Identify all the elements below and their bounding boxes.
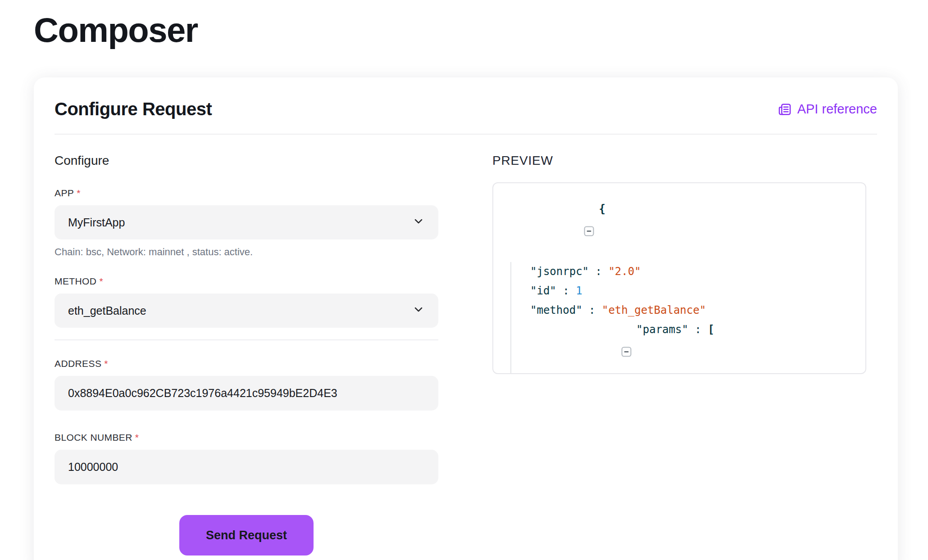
- address-input[interactable]: [68, 387, 425, 400]
- method-required-mark: *: [99, 276, 103, 286]
- json-string-value: "eth_getBalance": [602, 301, 706, 320]
- json-key: "jsonrpc": [530, 262, 589, 281]
- json-key: "method": [530, 301, 582, 320]
- address-field-wrap: [55, 376, 438, 411]
- json-root-row: {: [506, 199, 853, 262]
- block-number-field-wrap: [55, 450, 438, 484]
- block-number-input[interactable]: [68, 461, 425, 474]
- send-request-row: Send Request: [55, 515, 438, 555]
- collapse-icon[interactable]: [530, 325, 632, 374]
- json-line-method: "method" : "eth_getBalance": [530, 301, 853, 320]
- json-separator: :: [582, 301, 602, 320]
- block-number-required-mark: *: [135, 432, 139, 443]
- api-reference-icon: [778, 102, 792, 117]
- configure-section-title: Configure: [55, 154, 438, 168]
- method-select[interactable]: eth_getBalance: [55, 294, 438, 328]
- json-line-jsonrpc: "jsonrpc" : "2.0": [530, 262, 853, 281]
- app-select[interactable]: MyFirstApp: [55, 205, 438, 239]
- card-heading: Configure Request: [55, 99, 212, 119]
- address-required-mark: *: [104, 358, 108, 369]
- api-reference-label: API reference: [797, 102, 877, 117]
- app-required-mark: *: [77, 188, 81, 198]
- json-key: "params": [636, 323, 688, 336]
- configure-request-card: Configure Request API reference Configur…: [34, 77, 898, 560]
- form-divider: [55, 339, 438, 340]
- chevron-down-icon: [412, 303, 425, 318]
- json-separator: :: [688, 323, 708, 336]
- page-title: Composer: [34, 11, 928, 50]
- json-open-brace: {: [599, 199, 605, 219]
- json-separator: :: [589, 262, 608, 281]
- app-helper-text: Chain: bsc, Network: mainnet , status: a…: [55, 246, 438, 258]
- card-content: Configure APP* MyFirstApp Chain: bsc, Ne…: [55, 135, 877, 555]
- json-int-value: 1: [576, 281, 582, 301]
- json-line-params: "params" : [: [530, 320, 853, 374]
- json-key: "id": [530, 281, 556, 301]
- preview-section-title: PREVIEW: [492, 154, 876, 168]
- json-open-bracket: [: [708, 323, 714, 336]
- method-select-value: eth_getBalance: [68, 304, 146, 317]
- chevron-down-icon: [412, 215, 425, 230]
- card-header: Configure Request API reference: [55, 77, 877, 135]
- collapse-icon[interactable]: [506, 204, 594, 262]
- json-separator: :: [556, 281, 576, 301]
- app-field-label: APP*: [55, 188, 438, 199]
- method-field-label: METHOD*: [55, 276, 438, 287]
- api-reference-link[interactable]: API reference: [778, 102, 877, 117]
- send-request-button[interactable]: Send Request: [179, 515, 314, 555]
- address-field-label: ADDRESS*: [55, 358, 438, 369]
- preview-column: PREVIEW { "jsonrpc" : "2.0" "id" : 1 "me…: [492, 154, 876, 555]
- configure-column: Configure APP* MyFirstApp Chain: bsc, Ne…: [55, 154, 438, 555]
- json-line-id: "id" : 1: [530, 281, 853, 301]
- app-select-value: MyFirstApp: [68, 216, 125, 229]
- json-object-body: "jsonrpc" : "2.0" "id" : 1 "method" : "e…: [510, 262, 853, 374]
- block-number-field-label: BLOCK NUMBER*: [55, 432, 438, 443]
- json-preview-box: { "jsonrpc" : "2.0" "id" : 1 "method" : …: [492, 182, 866, 374]
- json-string-value: "2.0": [608, 262, 641, 281]
